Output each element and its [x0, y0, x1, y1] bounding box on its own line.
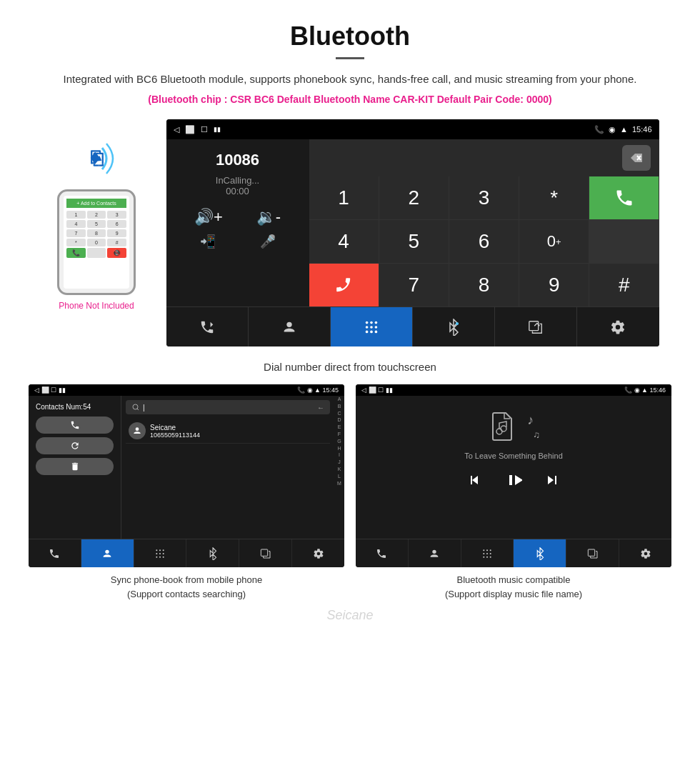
phone-screen-top: + Add to Contacts	[66, 199, 126, 208]
ss-contacts-icon	[101, 548, 113, 559]
ss-nav-dialpad-btn[interactable]	[134, 539, 187, 567]
svg-text:⎘: ⎘	[91, 147, 104, 169]
contacts-status-right: 📞 ◉ ▲ 15:45	[297, 386, 339, 394]
music-body: ♪ ♫ To Leave Something Behind	[356, 396, 671, 539]
phone-key-star: *	[66, 239, 86, 246]
music-note-2: ♫	[533, 429, 540, 440]
svg-point-11	[375, 330, 378, 333]
nav-contacts-btn[interactable]	[249, 307, 331, 346]
svg-point-33	[483, 553, 484, 554]
phone-mockup: + Add to Contacts 1 2 3 4 5 6 7 8 9 * 0 …	[57, 189, 136, 295]
volume-down-btn[interactable]: 🔉-	[256, 208, 281, 226]
dial-body: 10086 InCalling... 00:00 🔊+ 🔉- 📲 🎤	[166, 139, 659, 306]
page-title: Bluetooth	[14, 21, 686, 51]
key-5[interactable]: 5	[379, 220, 449, 263]
prev-icon	[466, 472, 484, 489]
phone-side: ⬧ ⎘ + Add to Contacts 1 2 3 4 5 6 7 8 9 …	[41, 119, 152, 311]
status-time: 15:46	[632, 125, 652, 134]
next-btn[interactable]	[544, 472, 561, 493]
search-icon	[131, 403, 140, 412]
key-hash[interactable]: #	[589, 264, 659, 306]
ss-nav-bluetooth-btn[interactable]	[186, 539, 239, 567]
transfer-call-btn[interactable]: 📲	[200, 234, 216, 249]
contacts-right: | ← Seicane 10655059113144	[121, 396, 334, 539]
nav-bluetooth-btn[interactable]	[413, 307, 495, 346]
contacts-status-bar: ◁ ⬜ ☐ ▮▮ 📞 ◉ ▲ 15:45	[29, 384, 344, 396]
key-2[interactable]: 2	[379, 176, 449, 219]
ms-nav-dialpad-btn[interactable]	[461, 539, 514, 567]
key-star[interactable]: *	[519, 176, 589, 219]
music-notes-decoration: ♪ ♫	[527, 413, 540, 440]
contacts-nav-icon	[281, 319, 297, 335]
phone-action-btn[interactable]	[36, 417, 114, 434]
contacts-caption-line2: (Support contacts searching)	[111, 587, 262, 602]
end-call-btn[interactable]	[309, 264, 379, 306]
mute-btn[interactable]: 🎤	[260, 234, 276, 249]
ss-nav-contacts-btn[interactable]	[81, 539, 134, 567]
key-3[interactable]: 3	[449, 176, 519, 219]
svg-rect-39	[588, 549, 594, 556]
svg-point-17	[156, 549, 157, 551]
key-7[interactable]: 7	[379, 264, 449, 306]
contact-info: Seicane 10655059113144	[150, 424, 200, 439]
refresh-action-icon	[70, 441, 80, 451]
header-specs: (Bluetooth chip : CSR BC6 Default Blueto…	[14, 94, 686, 105]
ss-settings-icon	[313, 548, 324, 559]
call-status: InCalling...	[178, 175, 298, 186]
svg-point-9	[366, 330, 369, 333]
music-song-title: To Leave Something Behind	[464, 452, 563, 460]
key-4[interactable]: 4	[309, 220, 379, 263]
ss-nav-transfer2-btn[interactable]	[239, 539, 292, 567]
music-status-left: ◁ ⬜ ☐ ▮▮	[361, 386, 393, 394]
nav-settings-btn[interactable]	[577, 307, 659, 346]
key-6[interactable]: 6	[449, 220, 519, 263]
svg-rect-26	[261, 549, 267, 556]
dialpad-nav-icon	[364, 319, 379, 335]
contacts-body: Contacts Num:54 |	[29, 396, 344, 539]
prev-btn[interactable]	[466, 472, 484, 493]
nav-transfer-btn[interactable]	[166, 307, 249, 346]
music-controls	[466, 472, 561, 493]
ss-nav-settings-btn[interactable]	[292, 539, 344, 567]
volume-up-btn[interactable]: 🔊+	[194, 208, 223, 226]
svg-point-3	[366, 321, 369, 324]
ss-nav-transfer-btn[interactable]	[29, 539, 81, 567]
svg-point-38	[490, 556, 491, 557]
ms-bluetooth-icon	[535, 547, 545, 560]
contacts-status-left: ◁ ⬜ ☐ ▮▮	[34, 386, 66, 394]
phone-key-call: 📞	[66, 248, 86, 258]
svg-point-8	[375, 326, 378, 329]
phone-key-2: 2	[87, 211, 106, 219]
ms-nav-transfer-btn[interactable]	[356, 539, 409, 567]
call-btn[interactable]	[589, 176, 659, 219]
title-divider	[336, 57, 364, 59]
key-1[interactable]: 1	[309, 176, 379, 219]
end-call-icon	[334, 276, 353, 294]
key-9[interactable]: 9	[519, 264, 589, 306]
notification-icon: ▮▮	[214, 126, 221, 133]
key-0plus[interactable]: 0+	[519, 220, 589, 263]
contacts-bottom-nav	[29, 539, 344, 567]
delete-action-btn[interactable]	[36, 458, 114, 475]
volume-controls-row: 🔊+ 🔉-	[178, 208, 298, 226]
svg-point-6	[366, 326, 369, 329]
nav-dialpad-btn[interactable]	[331, 307, 413, 346]
phone-key-5: 5	[87, 220, 106, 228]
ms-nav-settings-btn[interactable]	[619, 539, 671, 567]
ms-nav-transfer2-btn[interactable]	[566, 539, 619, 567]
key-8[interactable]: 8	[449, 264, 519, 306]
svg-point-19	[163, 549, 164, 551]
refresh-action-btn[interactable]	[36, 437, 114, 454]
svg-point-14	[133, 404, 138, 409]
play-pause-btn[interactable]	[505, 472, 522, 493]
backspace-btn[interactable]	[622, 145, 651, 171]
header-description: Integrated with BC6 Bluetooth module, su…	[14, 71, 686, 88]
nav-transfer2-btn[interactable]	[495, 307, 577, 346]
bottom-nav	[166, 306, 659, 346]
phone-status-icon: 📞	[594, 125, 604, 134]
play-pause-icon	[505, 472, 522, 489]
ms-nav-contacts-btn[interactable]	[409, 539, 461, 567]
call-icon	[614, 188, 634, 208]
ms-nav-bluetooth-btn[interactable]	[514, 539, 566, 567]
alpha-list: A B C D E F G H I J K L M	[334, 396, 344, 539]
